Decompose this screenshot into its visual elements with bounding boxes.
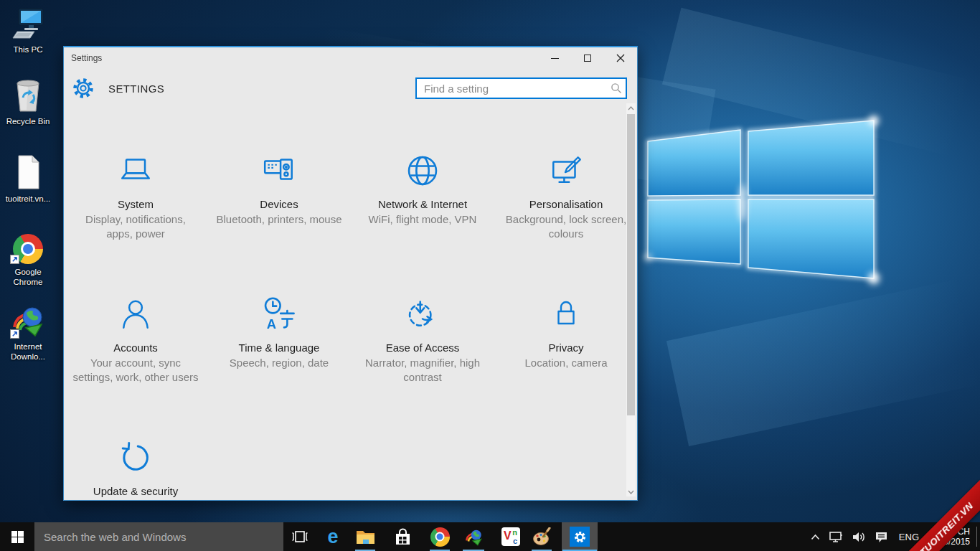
task-view-icon [292,531,308,542]
taskbar-search-input[interactable] [34,531,264,543]
vnc-letter: n [512,528,517,537]
window-title: Settings [64,53,538,63]
tile-title: System [64,198,207,210]
tile-ease-of-access[interactable]: Ease of Access Narrator, magnifier, high… [351,291,494,385]
search-icon [611,83,622,94]
idm-icon [0,301,56,339]
taskbar-edge[interactable]: e [319,522,347,551]
desktop-icon-idm[interactable]: Internet Downlo... [0,301,56,362]
tile-title: Personalisation [494,198,638,210]
refresh-icon [64,435,207,481]
tile-subtitle: Bluetooth, printers, mouse [215,212,343,227]
desktop-icon-this-pc[interactable]: This PC [0,4,56,55]
scroll-up-icon[interactable] [626,103,636,113]
taskbar-file-explorer[interactable] [352,522,379,551]
action-center-icon [875,531,888,543]
minimize-button[interactable] [538,47,571,69]
tray-chevron-button[interactable] [806,522,824,551]
tile-subtitle: Narrator, magnifier, high contrast [359,356,486,385]
tile-subtitle: Location, camera [502,356,630,370]
task-view-button[interactable] [287,522,313,551]
tile-devices[interactable]: Devices Bluetooth, printers, mouse [207,148,351,227]
show-desktop-separator[interactable] [976,527,977,547]
ease-of-access-icon [351,291,494,337]
desktop-icon-label: Internet Downlo... [0,342,56,362]
svg-text:A: A [267,316,276,331]
desktop-icon-label: tuoitreit.vn... [0,194,56,204]
laptop-icon [64,148,207,194]
tile-title: Network & Internet [351,198,494,210]
tile-title: Privacy [494,342,638,354]
store-icon [394,528,412,546]
tile-subtitle: Background, lock screen, colours [502,212,630,241]
find-setting-input[interactable] [415,77,627,99]
taskbar-search[interactable] [34,522,283,551]
taskbar-vnc[interactable]: V n c [498,522,524,551]
taskbar-idm[interactable] [459,522,488,551]
tile-title: Accounts [64,342,207,354]
vnc-letter: c [513,537,517,545]
tile-update-security[interactable]: Update & security Windows Update [64,435,207,501]
windows-hero-logo [635,106,893,300]
shortcut-arrow-icon [10,329,19,339]
start-button[interactable] [0,522,34,551]
scroll-down-icon[interactable] [626,487,636,496]
page-title: SETTINGS [108,83,415,95]
close-button[interactable] [604,47,637,69]
taskbar: e [0,522,980,551]
edge-icon: e [327,527,338,547]
shortcut-arrow-icon [10,255,19,264]
gear-icon [573,530,587,544]
tile-network-internet[interactable]: Network & Internet WiFi, flight mode, VP… [351,148,494,227]
taskbar-store[interactable] [389,522,416,551]
tile-privacy[interactable]: Privacy Location, camera [494,291,638,370]
paint-icon [532,527,551,546]
tile-personalisation[interactable]: Personalisation Background, lock screen,… [494,148,638,241]
this-pc-icon [0,4,56,42]
person-icon [64,291,207,337]
devices-icon [207,148,351,194]
desktop-icon-document[interactable]: tuoitreit.vn... [0,154,56,204]
minimize-icon [551,58,559,59]
chrome-icon [0,227,56,264]
desktop-icon-label: This PC [0,44,56,55]
document-icon [0,154,56,191]
tile-subtitle: Your account, sync settings, work, other… [72,356,199,385]
taskbar-settings-active[interactable] [562,522,598,551]
gear-icon [72,77,94,99]
taskbar-paint[interactable] [528,522,555,551]
desktop-icon-label: Recycle Bin [0,116,56,126]
maximize-icon [584,55,591,62]
tile-accounts[interactable]: Accounts Your account, sync settings, wo… [64,291,207,385]
tile-subtitle: Windows Update [72,499,199,501]
windows-logo-icon [11,531,24,543]
lock-icon [494,291,638,337]
scrollbar-thumb[interactable] [627,114,635,415]
chevron-up-icon [811,534,820,540]
title-bar[interactable]: Settings [64,47,637,69]
tile-subtitle: Speech, region, date [215,356,343,370]
taskbar-chrome[interactable] [426,522,453,551]
tile-system[interactable]: System Display, notifications, apps, pow… [64,148,207,241]
network-icon [829,531,843,543]
volume-icon [852,531,866,543]
desktop-icon-google-chrome[interactable]: Google Chrome [0,227,56,287]
maximize-button[interactable] [571,47,604,69]
tray-volume-button[interactable] [847,522,870,551]
tile-subtitle: WiFi, flight mode, VPN [359,212,486,227]
monitor-pen-icon [494,148,638,194]
close-icon [616,54,625,62]
chrome-icon [430,527,450,547]
tile-title: Ease of Access [351,342,494,354]
idm-icon [464,527,484,547]
tray-network-button[interactable] [824,522,847,551]
tile-time-language[interactable]: A Time & language Speech, region, date [207,291,351,370]
desktop-icon-recycle-bin[interactable]: Recycle Bin [0,76,56,126]
recycle-bin-icon [0,76,56,113]
tray-action-center-button[interactable] [870,522,892,551]
vnc-icon: V n c [501,527,520,546]
settings-window: Settings SETTINGS [63,46,638,501]
clock-language-icon: A [207,291,351,337]
tile-title: Devices [207,198,351,210]
scrollbar[interactable] [626,103,636,496]
